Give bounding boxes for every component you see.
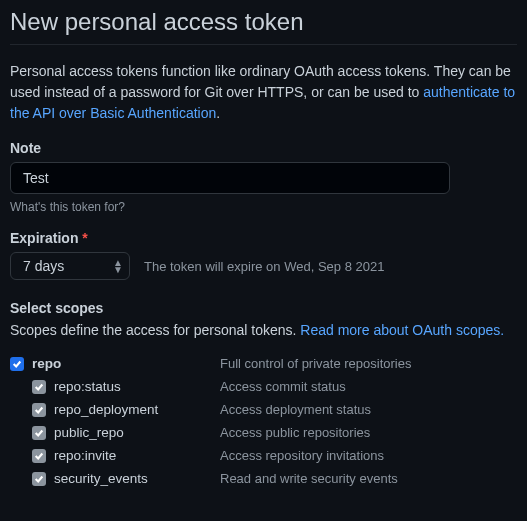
scope-checkbox-repo_deployment[interactable] [32, 403, 46, 417]
scope-checkbox-repo-status[interactable] [32, 380, 46, 394]
scope-row-repo-status: repo:statusAccess commit status [10, 375, 517, 398]
scope-label[interactable]: repo [32, 356, 61, 371]
scopes-title: Select scopes [10, 300, 517, 316]
note-hint: What's this token for? [10, 200, 517, 214]
scope-description: Access public repositories [220, 421, 370, 444]
scope-checkbox-security_events[interactable] [32, 472, 46, 486]
scope-label[interactable]: security_events [54, 471, 148, 486]
note-input[interactable] [10, 162, 450, 194]
scope-checkbox-public_repo[interactable] [32, 426, 46, 440]
scopes-desc-text: Scopes define the access for personal to… [10, 322, 300, 338]
note-label: Note [10, 140, 517, 156]
scope-label[interactable]: repo:status [54, 379, 121, 394]
desc-suffix: . [216, 105, 220, 121]
scope-description: Full control of private repositories [220, 352, 411, 375]
scope-label[interactable]: repo_deployment [54, 402, 158, 417]
expiration-select-wrap[interactable]: 7 days ▲▼ [10, 252, 130, 280]
expiration-message: The token will expire on Wed, Sep 8 2021 [144, 259, 384, 274]
oauth-scopes-link[interactable]: Read more about OAuth scopes. [300, 322, 504, 338]
scope-description: Access commit status [220, 375, 346, 398]
scope-label[interactable]: repo:invite [54, 448, 116, 463]
scope-row-repo_deployment: repo_deploymentAccess deployment status [10, 398, 517, 421]
scopes-list: repoFull control of private repositories… [10, 352, 517, 490]
page-title: New personal access token [10, 8, 517, 45]
scope-checkbox-repo-invite[interactable] [32, 449, 46, 463]
scope-checkbox-repo[interactable] [10, 357, 24, 371]
scope-description: Access repository invitations [220, 444, 384, 467]
scope-row-security_events: security_eventsRead and write security e… [10, 467, 517, 490]
scope-row-repo: repoFull control of private repositories [10, 352, 517, 375]
scope-row-public_repo: public_repoAccess public repositories [10, 421, 517, 444]
scope-row-repo-invite: repo:inviteAccess repository invitations [10, 444, 517, 467]
scopes-description: Scopes define the access for personal to… [10, 322, 517, 338]
scope-description: Read and write security events [220, 467, 398, 490]
scope-label[interactable]: public_repo [54, 425, 124, 440]
expiration-label-text: Expiration [10, 230, 78, 246]
expiration-label: Expiration * [10, 230, 517, 246]
scope-description: Access deployment status [220, 398, 371, 421]
expiration-select[interactable]: 7 days [11, 253, 129, 279]
required-asterisk: * [82, 230, 87, 246]
page-description: Personal access tokens function like ord… [10, 61, 517, 124]
